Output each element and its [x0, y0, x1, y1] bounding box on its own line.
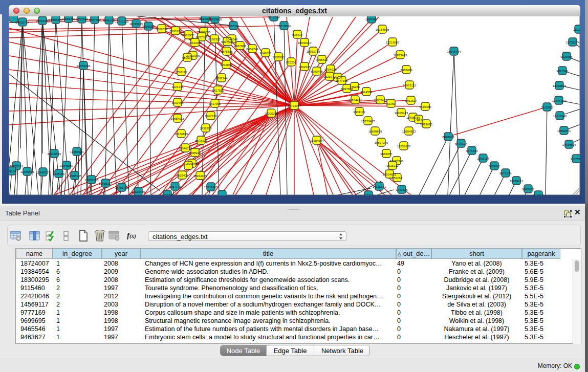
svg-text:9457771: 9457771: [169, 185, 181, 188]
svg-text:15751074: 15751074: [566, 41, 580, 44]
svg-text:1527602: 1527602: [89, 18, 101, 21]
svg-text:10961758: 10961758: [307, 50, 320, 53]
svg-text:8427552: 8427552: [212, 89, 224, 92]
svg-text:989013: 989013: [182, 56, 193, 59]
svg-text:8912955: 8912955: [182, 34, 194, 37]
svg-text:7625402: 7625402: [176, 174, 188, 177]
svg-text:10688609: 10688609: [368, 130, 382, 133]
svg-text:7955812: 7955812: [316, 58, 328, 61]
svg-text:6794028: 6794028: [324, 68, 337, 71]
svg-text:12213967: 12213967: [386, 41, 400, 44]
svg-text:19654915: 19654915: [171, 117, 185, 120]
svg-text:10958117: 10958117: [99, 182, 113, 185]
svg-text:10046788: 10046788: [179, 147, 192, 150]
svg-text:10807487: 10807487: [374, 99, 387, 102]
svg-text:1588520: 1588520: [272, 56, 285, 59]
svg-text:20691406: 20691406: [36, 19, 50, 23]
svg-text:1292346: 1292346: [161, 193, 173, 195]
svg-text:12505135: 12505135: [68, 174, 82, 178]
svg-text:924504: 924504: [533, 194, 544, 195]
svg-text:7485063: 7485063: [400, 69, 412, 72]
svg-text:2803144: 2803144: [215, 77, 228, 80]
svg-text:9684067: 9684067: [380, 152, 393, 156]
svg-text:12942757: 12942757: [36, 171, 50, 174]
svg-text:1112905: 1112905: [573, 28, 580, 31]
svg-text:9327503: 9327503: [195, 36, 208, 39]
svg-text:16713165: 16713165: [129, 23, 143, 26]
svg-text:25300295: 25300295: [265, 112, 278, 115]
svg-text:10973493: 10973493: [394, 54, 407, 57]
svg-text:9329966: 9329966: [560, 55, 573, 58]
svg-text:9777169: 9777169: [336, 79, 348, 82]
svg-text:23226058: 23226058: [197, 31, 211, 34]
svg-text:9227342: 9227342: [556, 70, 569, 73]
svg-text:16543362: 16543362: [188, 41, 202, 45]
svg-text:16955377: 16955377: [49, 18, 63, 21]
svg-text:24055724: 24055724: [16, 21, 30, 24]
svg-text:12156829: 12156829: [20, 170, 34, 173]
svg-text:15716485: 15716485: [204, 186, 218, 189]
svg-text:8678332: 8678332: [195, 139, 207, 142]
svg-text:3267130: 3267130: [205, 115, 217, 118]
svg-text:6466160: 6466160: [103, 19, 115, 22]
svg-text:2718176: 2718176: [175, 71, 187, 74]
svg-text:17359924: 17359924: [70, 150, 84, 154]
svg-text:62160: 62160: [387, 102, 396, 105]
svg-text:1417006: 1417006: [209, 102, 221, 105]
svg-text:12975115: 12975115: [403, 84, 417, 87]
svg-text:16120746: 16120746: [390, 160, 404, 163]
svg-text:8186323: 8186323: [208, 38, 221, 41]
svg-text:7357224: 7357224: [227, 25, 239, 28]
svg-text:3215955: 3215955: [541, 106, 553, 109]
svg-text:3875685: 3875685: [221, 50, 233, 53]
svg-text:7632621: 7632621: [488, 165, 500, 168]
svg-text:2087682: 2087682: [365, 18, 378, 21]
svg-text:9327508: 9327508: [221, 40, 233, 43]
svg-text:8660124: 8660124: [169, 30, 182, 33]
svg-text:20364436: 20364436: [349, 99, 362, 102]
svg-text:12444154: 12444154: [552, 99, 566, 102]
svg-text:20206576: 20206576: [48, 152, 61, 156]
svg-text:33975887: 33975887: [60, 164, 74, 167]
svg-text:16099489: 16099489: [185, 162, 199, 165]
svg-text:8454749: 8454749: [246, 48, 258, 51]
svg-text:19384554: 19384554: [310, 139, 324, 142]
svg-text:835419: 835419: [292, 33, 303, 36]
svg-text:10653267: 10653267: [62, 17, 76, 20]
svg-text:746266: 746266: [350, 85, 360, 89]
svg-text:1498222: 1498222: [189, 151, 201, 155]
svg-text:1435359: 1435359: [200, 127, 212, 130]
svg-text:17016504: 17016504: [562, 143, 576, 146]
svg-text:13524851: 13524851: [383, 173, 397, 176]
svg-text:16782759: 16782759: [115, 186, 129, 189]
svg-text:18755061: 18755061: [10, 165, 24, 168]
svg-text:8813054: 8813054: [268, 16, 280, 19]
svg-text:18807249: 18807249: [375, 141, 388, 144]
svg-text:1145194: 1145194: [53, 172, 66, 176]
svg-text:18640910: 18640910: [298, 41, 312, 45]
svg-text:129234: 129234: [363, 194, 374, 195]
svg-text:8938923: 8938923: [442, 136, 454, 139]
svg-text:6479197: 6479197: [455, 142, 467, 145]
svg-text:2935114: 2935114: [477, 157, 490, 160]
svg-text:12923465: 12923465: [132, 190, 145, 193]
svg-text:16914479: 16914479: [193, 174, 207, 178]
svg-text:39154: 39154: [9, 170, 16, 173]
svg-text:14136141: 14136141: [373, 185, 386, 188]
svg-text:1733426: 1733426: [396, 188, 408, 191]
svg-text:9474444: 9474444: [466, 149, 478, 152]
svg-text:2367608: 2367608: [234, 45, 246, 48]
svg-text:832203: 832203: [286, 61, 297, 64]
svg-text:10025433: 10025433: [395, 112, 408, 115]
svg-text:15720407: 15720407: [361, 120, 375, 123]
svg-text:1615132: 1615132: [386, 164, 399, 167]
svg-text:7515526: 7515526: [142, 25, 155, 28]
svg-text:7663822: 7663822: [156, 28, 168, 31]
svg-text:9242845: 9242845: [220, 63, 232, 67]
svg-text:252254: 252254: [392, 177, 403, 180]
svg-text:1167533: 1167533: [571, 158, 580, 161]
svg-text:9353544: 9353544: [76, 18, 88, 21]
svg-text:9146821: 9146821: [259, 52, 272, 55]
svg-text:16648784: 16648784: [447, 50, 461, 53]
svg-text:1903171: 1903171: [353, 111, 365, 114]
